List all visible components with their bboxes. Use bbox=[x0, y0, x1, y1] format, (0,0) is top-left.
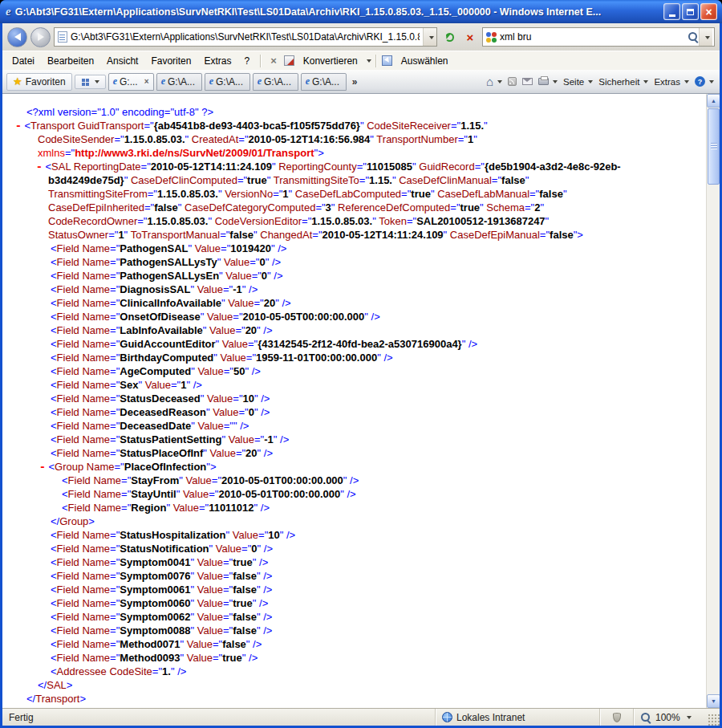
collapse-toggle[interactable]: - bbox=[36, 161, 43, 173]
xml-line: <Field Name="Region" Value="11011012" /> bbox=[2, 501, 628, 514]
restore-button[interactable] bbox=[682, 3, 699, 20]
home-icon: ⌂ bbox=[486, 75, 493, 87]
vertical-scrollbar[interactable]: ▲ ▼ bbox=[706, 94, 720, 708]
xml-line: <Field Name="Method0093" Value="true" /> bbox=[2, 651, 628, 665]
xml-line: <Field Name="PathogenSAL" Value="1019420… bbox=[2, 242, 628, 255]
menu-help[interactable]: ? bbox=[237, 53, 256, 69]
tab-4[interactable]: eG:\A... bbox=[253, 73, 298, 91]
menu-ansicht[interactable]: Ansicht bbox=[100, 53, 144, 69]
address-input[interactable] bbox=[67, 31, 423, 43]
search-input[interactable] bbox=[497, 31, 688, 43]
xml-line: <Field Name="StatusHospitalization" Valu… bbox=[2, 528, 628, 542]
status-text: Fertig bbox=[9, 712, 34, 723]
protection-panel bbox=[599, 709, 633, 726]
ie-page-icon: e bbox=[306, 75, 310, 87]
zone-label: Lokales Intranet bbox=[456, 712, 525, 723]
quick-tabs-button[interactable] bbox=[75, 75, 106, 89]
minimize-icon bbox=[669, 14, 675, 17]
scroll-up-button[interactable]: ▲ bbox=[707, 94, 720, 108]
ie-page-icon: e bbox=[209, 75, 213, 87]
page-menu-button[interactable]: Seite bbox=[563, 77, 593, 87]
zoom-control[interactable]: 100% bbox=[633, 709, 707, 726]
xml-line: <Field Name="Symptom0076" Value="false" … bbox=[2, 569, 628, 583]
browser-window: e G:\Abt3\FG31\Extern\Applications\SurvN… bbox=[0, 0, 722, 728]
menu-bearbeiten[interactable]: Bearbeiten bbox=[41, 53, 100, 69]
chevron-down-icon bbox=[367, 59, 371, 65]
xml-line: <Field Name="PathogenSALLysEn" Value="0"… bbox=[2, 269, 628, 283]
menu-extras[interactable]: Extras bbox=[197, 53, 237, 69]
shield-icon bbox=[613, 713, 621, 722]
chevron-down-icon bbox=[553, 80, 558, 86]
stop-button[interactable]: × bbox=[461, 27, 479, 47]
convert-button[interactable]: Konvertieren bbox=[297, 53, 364, 69]
select-button[interactable]: Auswählen bbox=[395, 53, 455, 69]
xml-line: <?xml version="1.0" encoding="utf-8" ?> bbox=[2, 105, 628, 119]
menu-datei[interactable]: Datei bbox=[6, 53, 41, 69]
tab-close-icon[interactable]: × bbox=[144, 77, 149, 86]
xml-line: </SAL> bbox=[2, 678, 628, 692]
chevron-down-icon bbox=[588, 80, 593, 86]
xml-line: <Field Name="Symptom0041" Value="true" /… bbox=[2, 555, 628, 569]
chevron-down-icon bbox=[95, 80, 99, 86]
resize-grip[interactable] bbox=[708, 714, 720, 726]
help-button[interactable]: ? bbox=[695, 76, 714, 87]
address-history-button[interactable] bbox=[423, 28, 436, 46]
search-options-button[interactable] bbox=[699, 28, 712, 46]
feeds-button[interactable] bbox=[508, 77, 517, 86]
scrollbar-thumb[interactable] bbox=[708, 108, 720, 185]
forward-button[interactable] bbox=[30, 27, 51, 47]
toolbar-close-button[interactable]: × bbox=[265, 55, 282, 67]
refresh-button[interactable] bbox=[440, 27, 458, 47]
tab-2[interactable]: eG:\A... bbox=[156, 73, 202, 91]
separator bbox=[260, 55, 261, 67]
print-button[interactable] bbox=[538, 78, 558, 85]
chevron-down-icon bbox=[643, 80, 648, 86]
xml-line: <Field Name="Method0071" Value="false" /… bbox=[2, 637, 628, 651]
collapse-toggle[interactable]: - bbox=[39, 461, 46, 473]
xml-line: <Field Name="Symptom0060" Value="true" /… bbox=[2, 596, 628, 610]
xml-line: <Field Name="LabInfoAvailable" Value="20… bbox=[2, 323, 628, 337]
close-button[interactable]: × bbox=[700, 3, 717, 20]
minimize-button[interactable] bbox=[663, 3, 680, 20]
navigation-bar: × bbox=[2, 23, 720, 51]
menu-favoriten[interactable]: Favoriten bbox=[144, 53, 197, 69]
zoom-icon bbox=[640, 712, 651, 723]
ie-page-icon: e bbox=[258, 75, 262, 87]
search-icon[interactable] bbox=[688, 31, 699, 43]
chevron-down-icon bbox=[429, 36, 434, 42]
chevron-down-icon bbox=[497, 80, 502, 86]
mail-icon bbox=[522, 78, 533, 85]
home-button[interactable]: ⌂ bbox=[486, 75, 502, 87]
select-icon bbox=[382, 55, 392, 66]
tab-1[interactable]: e G:... × bbox=[108, 73, 154, 91]
menu-bar: Datei Bearbeiten Ansicht Favoriten Extra… bbox=[2, 51, 720, 70]
xml-line: <Field Name="Symptom0061" Value="false" … bbox=[2, 583, 628, 596]
xml-line: <Field Name="StatusNotification" Value="… bbox=[2, 542, 628, 555]
help-icon: ? bbox=[695, 76, 705, 87]
ie-page-icon: e bbox=[161, 75, 165, 87]
tab-5[interactable]: eG:\A... bbox=[301, 73, 347, 91]
separator bbox=[375, 55, 376, 67]
favorites-button[interactable]: ★ Favoriten bbox=[6, 73, 72, 91]
collapse-toggle[interactable]: - bbox=[15, 120, 22, 132]
xml-line: <Field Name="StatusPatientSetting" Value… bbox=[2, 433, 628, 446]
tab-3[interactable]: eG:\A... bbox=[205, 73, 250, 91]
scroll-down-button[interactable]: ▼ bbox=[707, 694, 720, 708]
xml-line: <Field Name="DeceasedDate" Value="" /> bbox=[2, 419, 628, 433]
xml-line: <Field Name="Symptom0088" Value="false" … bbox=[2, 624, 628, 637]
back-button[interactable] bbox=[7, 27, 27, 47]
address-bar bbox=[54, 27, 437, 47]
favorites-label: Favoriten bbox=[26, 76, 66, 87]
read-mail-button[interactable] bbox=[522, 78, 533, 85]
tab-overflow-button[interactable]: » bbox=[349, 76, 361, 87]
xml-document: <?xml version="1.0" encoding="utf-8" ?>-… bbox=[2, 94, 706, 708]
xml-line: <Field Name="StayFrom" Value="2010-05-01… bbox=[2, 474, 628, 487]
rss-icon bbox=[508, 77, 517, 86]
security-menu-button[interactable]: Sicherheit bbox=[598, 77, 648, 87]
xml-line: <Field Name="DeceasedReason" Value="0" /… bbox=[2, 405, 628, 419]
xml-line: <Field Name="ClinicalInfoAvailable" Valu… bbox=[2, 296, 628, 310]
tools-menu-button[interactable]: Extras bbox=[654, 77, 689, 87]
xml-line: </Group> bbox=[2, 514, 628, 528]
printer-icon bbox=[538, 78, 549, 85]
refresh-icon bbox=[445, 33, 454, 42]
